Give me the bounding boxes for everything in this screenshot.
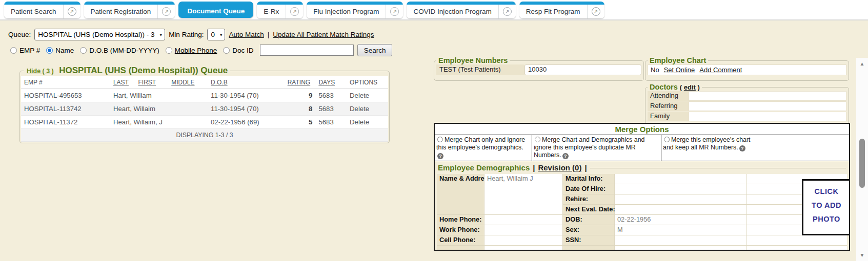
column-header-dob[interactable]: D.O.B: [208, 76, 285, 89]
emp-number-cell: HOSPITAL-11372: [21, 116, 110, 129]
patient-match-table: EMP # LAST FIRST MIDDLE D.O.B RATING DAY…: [21, 76, 388, 142]
main-content: Queue: HOSPITAL (UHS (Demo Hospital)) - …: [0, 20, 868, 261]
table-row[interactable]: HOSPITAL-495653 Hart, William 11-30-1954…: [21, 89, 388, 102]
dob-label: DOB:: [563, 215, 614, 225]
attending-value: [689, 91, 846, 101]
sex-value: M: [615, 225, 746, 235]
open-new-window-button[interactable]: ↗: [498, 5, 516, 18]
employee-numbers-title: Employee Numbers: [436, 56, 510, 64]
tab-e-rx[interactable]: E-Rx ↗: [257, 2, 303, 18]
radio-option-name[interactable]: Name: [46, 47, 74, 54]
external-link-icon: ↗: [390, 7, 399, 16]
help-icon[interactable]: ?: [739, 145, 745, 151]
referring-label: Referring: [648, 101, 689, 111]
tab-resp-fit-program[interactable]: Resp Fit Program ↗: [519, 2, 604, 18]
table-row[interactable]: HOSPITAL-11372 Heart, Willaim, J 02-22-1…: [21, 116, 388, 129]
column-header-days[interactable]: DAYS: [315, 76, 347, 89]
scrollbar-thumb[interactable]: [859, 139, 865, 188]
external-link-icon: ↗: [162, 7, 171, 16]
scroll-up-arrow[interactable]: ▲: [856, 61, 868, 67]
photo-text-line: PHOTO: [803, 212, 850, 226]
dob-cell: 11-30-1954 (70): [208, 102, 285, 116]
help-icon[interactable]: ?: [562, 153, 569, 159]
search-button[interactable]: Search: [357, 44, 393, 56]
min-rating-select[interactable]: 0 ▾: [207, 29, 225, 40]
days-cell: 5683: [315, 102, 347, 116]
rehire-label: Rehire:: [563, 194, 614, 204]
external-link-icon: ↗: [592, 7, 600, 16]
attending-label: Attending: [648, 91, 689, 101]
employee-number-value: 10030: [524, 64, 641, 75]
employee-chart-title: Employee Chart: [648, 56, 708, 64]
open-new-window-button[interactable]: ↗: [286, 5, 303, 18]
tab-patient-search[interactable]: Patient Search ↗: [4, 2, 80, 18]
pipe-separator: |: [533, 163, 535, 172]
merge-chart-only-option[interactable]: Merge Chart only and ignore this employe…: [435, 135, 532, 161]
scroll-down-arrow[interactable]: ▼: [856, 252, 868, 258]
column-header-middle[interactable]: MIDDLE: [168, 76, 208, 89]
radio-icon: [223, 47, 230, 54]
radio-label: Name: [55, 47, 74, 54]
work-phone-value: [485, 225, 562, 235]
table-row[interactable]: HOSPITAL-113742 Heart, Willaim 11-30-195…: [21, 102, 388, 116]
update-all-ratings-link[interactable]: Update All Patient Match Ratings: [273, 31, 374, 38]
vertical-scrollbar[interactable]: ▲ ▼: [856, 58, 868, 261]
family-value: [689, 112, 846, 121]
ssn-label: SSN:: [563, 235, 614, 245]
radio-checked-icon: [46, 47, 53, 54]
tab-patient-registration[interactable]: Patient Registration ↗: [84, 2, 175, 18]
hide-queue-link[interactable]: Hide ( 3 ): [27, 68, 54, 75]
tab-covid-injection-program[interactable]: COVID Injection Program ↗: [407, 2, 515, 18]
set-online-link[interactable]: Set Online: [664, 66, 695, 74]
radio-option-emp[interactable]: EMP #: [10, 47, 40, 54]
add-photo-button[interactable]: CLICK TO ADD PHOTO: [802, 179, 850, 235]
add-comment-link[interactable]: Add Comment: [699, 66, 742, 74]
radio-icon: [10, 47, 17, 54]
tab-document-queue[interactable]: Document Queue: [178, 2, 253, 18]
radio-option-doc-id[interactable]: Doc ID: [223, 47, 253, 54]
external-link-icon: ↗: [290, 7, 299, 16]
delete-link[interactable]: Delete: [347, 89, 388, 102]
help-icon[interactable]: ?: [437, 153, 443, 159]
employee-number-source-label: TEST (Test Patients): [436, 64, 524, 75]
open-new-window-button[interactable]: ↗: [63, 5, 80, 18]
employee-numbers-panel: Employee Numbers TEST (Test Patients) 10…: [434, 56, 644, 81]
tab-flu-injection-program[interactable]: Flu Injection Program ↗: [307, 2, 403, 18]
column-header-first[interactable]: FIRST: [135, 76, 168, 89]
doctor-row: Family: [648, 112, 846, 121]
photo-text-line: CLICK: [803, 185, 850, 199]
tab-label: E-Rx: [257, 8, 286, 15]
table-footer-row: DISPLAYING 1-3 / 3: [21, 129, 388, 142]
column-header-last[interactable]: LAST: [110, 76, 135, 89]
tab-label: COVID Injection Program: [407, 8, 498, 15]
column-header-rating[interactable]: RATING: [285, 76, 316, 89]
revision-link[interactable]: Revision (0): [538, 163, 581, 172]
queue-select[interactable]: HOSPITAL (UHS (Demo Hospital)) - 3 ▾: [34, 29, 165, 40]
partial-row-cell: [615, 246, 746, 251]
tab-label: Flu Injection Program: [307, 8, 386, 15]
radio-label: EMP #: [19, 47, 40, 54]
radio-icon: [166, 47, 172, 54]
delete-link[interactable]: Delete: [347, 102, 388, 116]
radio-option-mobile-phone[interactable]: Mobile Phone: [166, 47, 217, 54]
merge-keep-all-mr-option[interactable]: Merge this employee's chart and keep all…: [661, 135, 849, 161]
merge-option-label: Merge Chart only and ignore this employe…: [436, 136, 525, 151]
marital-info-label: Marital Info:: [563, 174, 614, 184]
link-separator: |: [268, 31, 270, 38]
name-cell: Heart, Willaim, J: [110, 116, 208, 129]
radio-option-dob[interactable]: D.O.B (MM-DD-YYYY): [80, 47, 159, 54]
merge-chart-and-demographics-option[interactable]: Merge Chart and Demographics and ignore …: [532, 135, 661, 161]
merge-option-label: Merge this employee's chart and keep all…: [663, 136, 751, 151]
auto-match-link[interactable]: Auto Match: [229, 31, 264, 38]
referring-value: [689, 101, 846, 111]
days-cell: 5683: [315, 89, 347, 102]
open-new-window-button[interactable]: ↗: [157, 5, 175, 18]
pipe-separator: |: [584, 163, 587, 172]
delete-link[interactable]: Delete: [347, 116, 388, 129]
search-input[interactable]: [260, 45, 354, 56]
queue-panel-title: HOSPITAL (UHS (Demo Hospital)) Queue: [59, 66, 228, 75]
edit-doctors-link[interactable]: edit: [684, 83, 696, 91]
merge-option-label: Merge Chart and Demographics and ignore …: [534, 136, 644, 159]
open-new-window-button[interactable]: ↗: [587, 5, 604, 18]
open-new-window-button[interactable]: ↗: [386, 5, 403, 18]
